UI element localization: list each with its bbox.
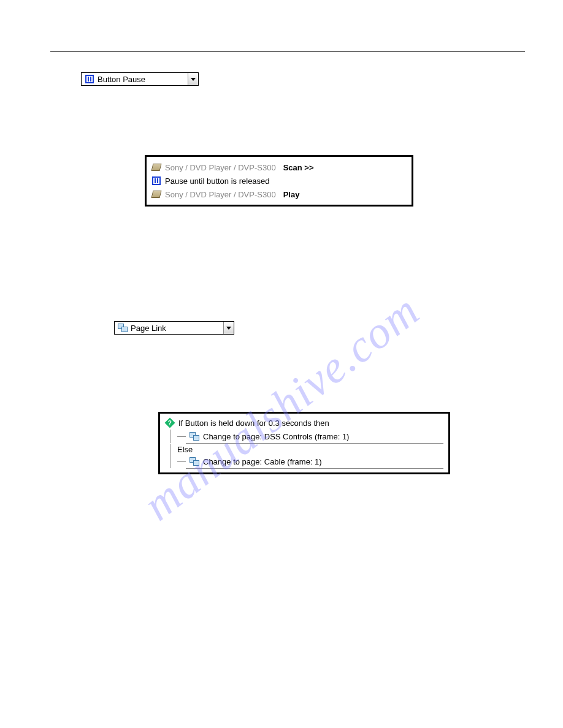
page-link-icon: [190, 457, 199, 466]
action-row[interactable]: Pause until button is released: [151, 174, 407, 188]
tree-branch-icon: [177, 436, 186, 437]
command-label: Play: [283, 190, 300, 199]
tree-else-row[interactable]: Change to page: Cable (frame: 1): [165, 455, 443, 468]
dropdown-button-pause[interactable]: Button Pause: [81, 72, 199, 86]
conditional-tree-box: ? If Button is held down for 0.3 seconds…: [158, 412, 450, 474]
action-row[interactable]: Sony / DVD Player / DVP-S300 Scan >>: [151, 161, 407, 174]
dropdown-label: Button Pause: [98, 75, 188, 84]
page-link-icon: [190, 431, 199, 441]
condition-icon: ?: [165, 418, 175, 428]
chevron-down-icon[interactable]: [188, 73, 198, 85]
else-action-text: Change to page: Cable (frame: 1): [203, 457, 322, 466]
tree-if-row[interactable]: ? If Button is held down for 0.3 seconds…: [165, 416, 443, 430]
pause-icon: [151, 176, 161, 186]
command-label: Scan >>: [283, 163, 314, 172]
top-rule: [50, 51, 525, 52]
tree-else-label-row: Else: [165, 444, 443, 455]
pause-icon: [84, 74, 95, 85]
device-path: Sony / DVD Player / DVP-S300: [165, 163, 276, 172]
then-text: Change to page: DSS Controls (frame: 1): [203, 432, 349, 441]
action-text: Pause until button is released: [165, 176, 270, 186]
device-path: Sony / DVD Player / DVP-S300: [165, 190, 276, 199]
tree-then-row[interactable]: Change to page: DSS Controls (frame: 1): [165, 430, 443, 443]
if-text: If Button is held down for 0.3 seconds t…: [178, 419, 329, 428]
action-list-box: Sony / DVD Player / DVP-S300 Scan >> Pau…: [145, 155, 413, 207]
page-link-icon: [117, 322, 128, 333]
dropdown-label: Page Link: [131, 324, 223, 333]
device-icon: [151, 189, 161, 199]
chevron-down-icon[interactable]: [223, 322, 234, 334]
dropdown-page-link[interactable]: Page Link: [114, 321, 234, 335]
tree-divider: [186, 468, 443, 469]
device-icon: [151, 162, 161, 172]
else-label: Else: [177, 445, 193, 454]
action-row[interactable]: Sony / DVD Player / DVP-S300 Play: [151, 188, 407, 201]
tree-branch-icon: [177, 461, 186, 462]
